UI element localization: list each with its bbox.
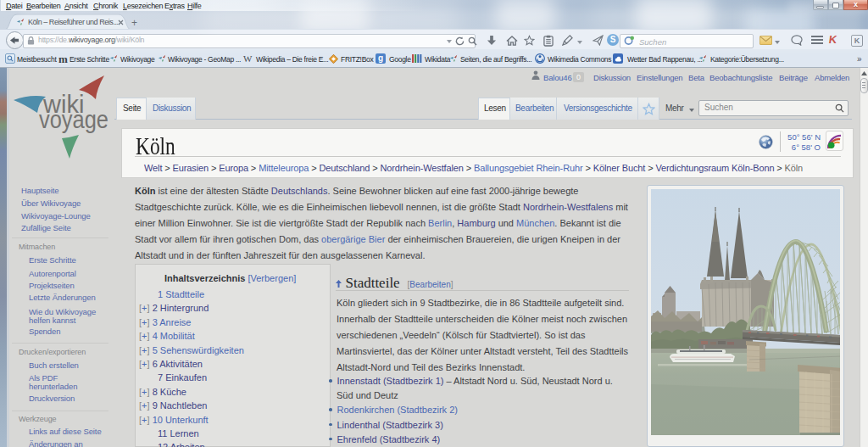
- svg-text:voyage: voyage: [39, 105, 108, 133]
